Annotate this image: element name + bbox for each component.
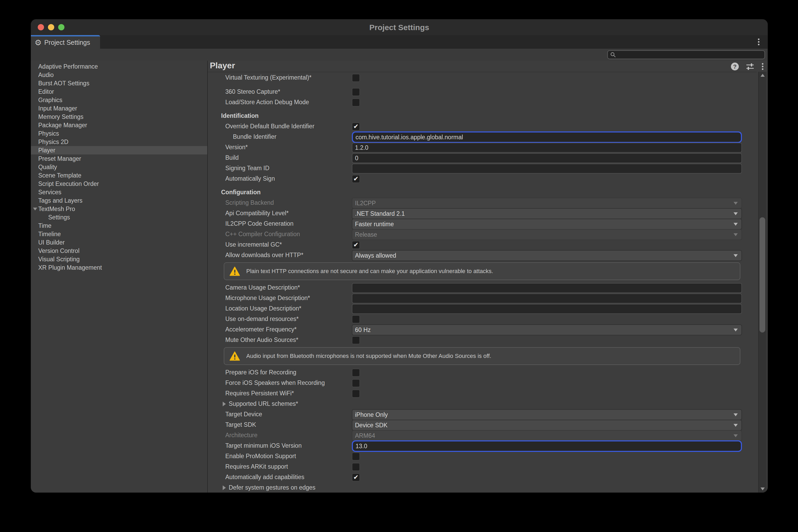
settings-row-target-sdk[interactable]: Target SDKDevice SDK [208,419,757,430]
text-field-location-usage-description[interactable] [352,304,742,314]
checkbox-requires-arkit-support[interactable] [352,463,360,471]
settings-row-architecture[interactable]: ArchitectureARM64 [208,430,757,440]
settings-row-automatically-sign[interactable]: Automatically Sign✔ [208,173,757,184]
sidebar-item-package-manager[interactable]: Package Manager [31,121,207,129]
collapse-arrow-icon[interactable] [223,486,226,490]
settings-row-requires-persistent-wifi[interactable]: Requires Persistent WiFi* [208,388,757,398]
settings-row-requires-arkit-support[interactable]: Requires ARKit support [208,461,757,472]
more-icon[interactable] [761,62,764,71]
presets-icon[interactable] [746,62,755,71]
dropdown-allow-downloads-over-http[interactable]: Always allowed [352,250,742,261]
settings-row-automatically-add-capabilities[interactable]: Automatically add capabilities✔ [208,472,757,482]
tab-project-settings[interactable]: ⚙ Project Settings [31,35,100,49]
sidebar-item-graphics[interactable]: Graphics [31,96,207,104]
settings-row-360-stereo-capture[interactable]: 360 Stereo Capture* [208,87,757,97]
settings-row-api-compatibility-level[interactable]: Api Compatibility Level*.NET Standard 2.… [208,208,757,218]
sidebar-item-editor[interactable]: Editor [31,88,207,96]
checkbox-automatically-sign[interactable]: ✔ [352,175,360,183]
checkbox-use-on-demand-resources[interactable] [352,315,360,323]
dropdown-accelerometer-frequency[interactable]: 60 Hz [352,324,742,335]
sidebar-item-quality[interactable]: Quality [31,163,207,171]
settings-row-allow-downloads-over-http[interactable]: Allow downloads over HTTP*Always allowed [208,250,757,260]
input-location-usage-description[interactable] [352,306,741,312]
sidebar-item-preset-manager[interactable]: Preset Manager [31,154,207,163]
sidebar-item-memory-settings[interactable]: Memory Settings [31,113,207,121]
checkbox-requires-persistent-wifi[interactable] [352,390,360,398]
sidebar-item-services[interactable]: Services [31,188,207,196]
help-icon[interactable]: ? [731,62,739,71]
checkbox-mute-other-audio-sources[interactable] [352,336,360,344]
sidebar-item-audio[interactable]: Audio [31,71,207,79]
settings-row-force-ios-speakers-when-recording[interactable]: Force iOS Speakers when Recording [208,378,757,388]
text-field-version[interactable] [352,143,742,153]
search-input[interactable] [616,51,759,58]
settings-row-defer-system-gestures-on-edges[interactable]: Defer system gestures on edges [208,482,757,492]
input-target-minimum-ios-version[interactable] [353,443,741,450]
sidebar-item-settings[interactable]: Settings [31,213,207,222]
checkbox-use-incremental-gc[interactable]: ✔ [352,241,360,249]
scroll-down-icon[interactable] [761,488,765,490]
text-field-target-minimum-ios-version[interactable] [352,440,742,452]
sidebar-item-visual-scripting[interactable]: Visual Scripting [31,255,207,263]
checkbox-prepare-ios-for-recording[interactable] [352,368,360,377]
dropdown-target-device[interactable]: iPhone Only [352,409,742,420]
sidebar-item-time[interactable]: Time [31,222,207,230]
sidebar-item-script-execution-order[interactable]: Script Execution Order [31,179,207,188]
settings-row-location-usage-description[interactable]: Location Usage Description* [208,303,757,314]
search-box[interactable] [607,50,765,59]
settings-row-scripting-backend[interactable]: Scripting BackendIL2CPP [208,197,757,208]
sidebar-item-ui-builder[interactable]: UI Builder [31,238,207,247]
expand-arrow-icon[interactable] [33,208,37,210]
settings-row-use-incremental-gc[interactable]: Use incremental GC*✔ [208,239,757,250]
text-field-camera-usage-description[interactable] [352,283,742,293]
settings-row-target-minimum-ios-version[interactable]: Target minimum iOS Version [208,440,757,451]
settings-row-build[interactable]: Build [208,152,757,163]
settings-row-accelerometer-frequency[interactable]: Accelerometer Frequency*60 Hz [208,324,757,335]
tab-bar-more-icon[interactable] [755,38,763,46]
settings-row-microphone-usage-description[interactable]: Microphone Usage Description* [208,293,757,303]
settings-row-virtual-texturing-experimental[interactable]: Virtual Texturing (Experimental)* [208,72,757,83]
dropdown-il2cpp-code-generation[interactable]: Faster runtime [352,218,742,230]
scroll-up-icon[interactable] [761,74,765,77]
settings-row-override-default-bundle-identifier[interactable]: Override Default Bundle Identifier✔ [208,121,757,131]
sidebar-item-player[interactable]: Player [31,146,207,154]
checkbox-override-default-bundle-identifier[interactable]: ✔ [352,122,360,131]
sidebar-item-physics[interactable]: Physics [31,129,207,138]
sidebar-item-input-manager[interactable]: Input Manager [31,104,207,113]
input-bundle-identifier[interactable] [353,134,741,141]
sidebar-item-burst-aot-settings[interactable]: Burst AOT Settings [31,79,207,88]
scrollbar-thumb[interactable] [760,217,765,332]
input-signing-team-id[interactable] [352,165,741,172]
settings-row-load-store-action-debug-mode[interactable]: Load/Store Action Debug Mode [208,97,757,107]
sidebar-item-scene-template[interactable]: Scene Template [31,171,207,179]
settings-row-supported-url-schemes[interactable]: Supported URL schemes* [208,398,757,409]
text-field-bundle-identifier[interactable] [352,131,742,143]
sidebar-item-timeline[interactable]: Timeline [31,230,207,238]
settings-row-camera-usage-description[interactable]: Camera Usage Description* [208,282,757,293]
settings-row-use-on-demand-resources[interactable]: Use on-demand resources* [208,314,757,324]
checkbox-load-store-action-debug-mode[interactable] [352,98,360,107]
settings-row-enable-promotion-support[interactable]: Enable ProMotion Support [208,451,757,461]
settings-row-bundle-identifier[interactable]: Bundle Identifier [208,131,757,142]
settings-row-mute-other-audio-sources[interactable]: Mute Other Audio Sources* [208,335,757,345]
dropdown-target-sdk[interactable]: Device SDK [352,420,742,431]
sidebar-item-xr-plugin-management[interactable]: XR Plugin Management [31,263,207,272]
settings-row-version[interactable]: Version* [208,142,757,152]
sidebar-item-tags-and-layers[interactable]: Tags and Layers [31,196,207,205]
settings-row-signing-team-id[interactable]: Signing Team ID [208,163,757,173]
checkbox-automatically-add-capabilities[interactable]: ✔ [352,473,360,481]
input-microphone-usage-description[interactable] [352,295,741,302]
input-camera-usage-description[interactable] [352,285,741,292]
sidebar-item-textmesh-pro[interactable]: TextMesh Pro [31,205,207,213]
checkbox-force-ios-speakers-when-recording[interactable] [352,379,360,387]
collapse-arrow-icon[interactable] [223,402,226,406]
text-field-microphone-usage-description[interactable] [352,293,742,303]
sidebar-item-version-control[interactable]: Version Control [31,247,207,255]
input-version[interactable] [352,144,741,151]
sidebar-item-adaptive-performance[interactable]: Adaptive Performance [31,62,207,71]
checkbox-360-stereo-capture[interactable] [352,88,360,96]
dropdown-api-compatibility-level[interactable]: .NET Standard 2.1 [352,208,742,219]
checkbox-enable-promotion-support[interactable] [352,452,360,460]
settings-row-c-compiler-configuration[interactable]: C++ Compiler ConfigurationRelease [208,229,757,239]
settings-row-target-device[interactable]: Target DeviceiPhone Only [208,409,757,419]
